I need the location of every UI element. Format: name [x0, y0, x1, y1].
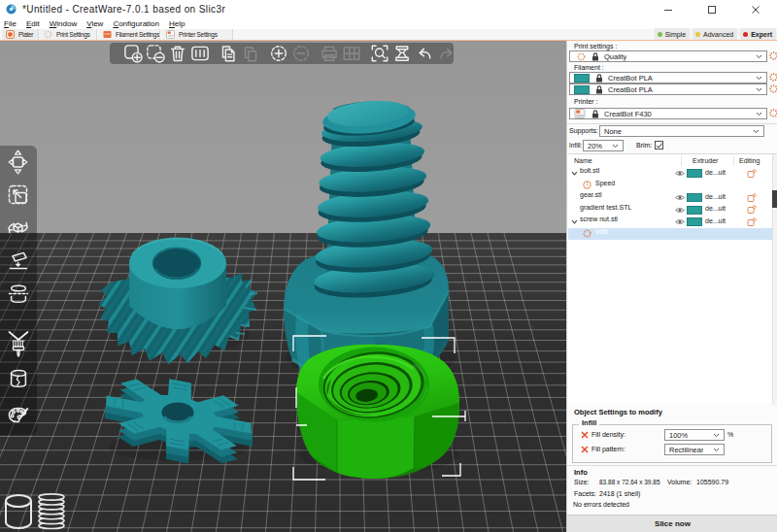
tab-label: Plater — [18, 31, 33, 38]
delete-all-icon[interactable] — [166, 43, 188, 64]
table-row-gradient-test-stl[interactable]: gradient test.STLde...ult — [568, 204, 772, 216]
chevron-down-icon — [612, 144, 619, 149]
move-icon[interactable] — [4, 146, 33, 179]
printer-label: Printer : — [574, 98, 598, 105]
viewport-3d[interactable] — [0, 41, 566, 532]
print-icon — [318, 43, 340, 64]
menu-help[interactable]: Help — [164, 19, 189, 28]
scale-icon[interactable] — [4, 179, 33, 212]
eye-icon[interactable] — [675, 194, 685, 201]
split-icon[interactable] — [4, 363, 33, 396]
zoom-fit-icon[interactable] — [368, 43, 390, 64]
eye-icon[interactable] — [675, 218, 685, 225]
minimize-button[interactable] — [646, 0, 690, 18]
copy-icon[interactable] — [217, 43, 239, 64]
mode-simple[interactable]: Simple — [655, 28, 690, 40]
chevron-down-icon — [756, 87, 762, 92]
paint-icon[interactable] — [4, 326, 33, 359]
mode-advanced[interactable]: Advanced — [693, 28, 737, 40]
menu-view[interactable]: View — [82, 19, 108, 28]
expander-icon[interactable] — [571, 219, 578, 224]
mode-label: Advanced — [703, 31, 733, 38]
row-name: bolt.stl — [580, 167, 599, 174]
model-nut[interactable] — [296, 345, 459, 479]
edit-icon[interactable] — [747, 205, 757, 215]
eye-icon[interactable] — [675, 170, 685, 177]
color-change-icon[interactable] — [4, 400, 33, 433]
status-text: No errors detected — [573, 501, 629, 508]
printer-combo[interactable]: CreatBot F430 — [569, 108, 767, 119]
fill-pattern-value: Rectilinear — [669, 446, 703, 454]
filament-combo-2[interactable]: CreatBot PLA — [569, 83, 767, 95]
scrollbar-thumb[interactable] — [772, 190, 777, 208]
print-preset-combo[interactable]: Quality — [569, 50, 767, 62]
filament-combo-1[interactable]: CreatBot PLA — [569, 72, 767, 83]
tab-print-settings[interactable]: Print Settings — [40, 29, 97, 40]
table-row-infill[interactable]: Infill — [568, 228, 772, 241]
eye-icon[interactable] — [675, 207, 685, 214]
add-object-icon[interactable] — [121, 43, 144, 64]
title-bar: *Untitled - CreatWare-7.0.1 based on Sli… — [0, 0, 777, 18]
clock-icon — [583, 181, 591, 190]
expander-icon[interactable] — [571, 171, 578, 176]
remove-setting-icon[interactable] — [581, 446, 589, 453]
menu-window[interactable]: Window — [45, 19, 82, 28]
column-editing: Editing — [739, 157, 760, 164]
table-row-screw-nut-stl[interactable]: screw nut.stlde...ult — [568, 216, 772, 228]
filament-gear-button-1[interactable] — [769, 73, 777, 82]
left-toolbar — [0, 146, 37, 435]
remove-object-icon[interactable] — [144, 43, 166, 64]
menu-file[interactable]: File — [0, 19, 21, 28]
table-header: Name Extruder Editing — [568, 154, 777, 167]
infill-combo[interactable]: 20% — [583, 140, 624, 151]
edit-icon[interactable] — [747, 217, 757, 227]
row-name: screw nut.stl — [580, 216, 618, 222]
print-settings-gear-button[interactable] — [769, 51, 777, 60]
menu-configuration[interactable]: Configuration — [108, 19, 164, 28]
chevron-down-icon — [756, 54, 762, 59]
more-copies-icon[interactable] — [267, 43, 289, 64]
percent-suffix: % — [727, 431, 733, 438]
mode-expert[interactable]: Expert — [740, 28, 776, 40]
fill-pattern-combo[interactable]: Rectilinear — [664, 444, 725, 455]
filament-preset-value-1: CreatBot PLA — [608, 74, 653, 83]
supports-label: Supports: — [569, 127, 598, 134]
table-row-bolt-stl[interactable]: bolt.stlde...ult — [568, 167, 772, 180]
printer-gear-button[interactable] — [769, 109, 777, 117]
slice-now-button[interactable]: Slice now — [567, 515, 777, 532]
size-value: 83.88 x 72.64 x 39.85 — [599, 479, 660, 485]
tab-plater[interactable]: Plater — [2, 29, 39, 40]
table-row-gear-stl[interactable]: gear.stlde...ult — [568, 191, 772, 204]
edit-icon[interactable] — [747, 169, 757, 179]
extruder-color-swatch — [687, 193, 702, 202]
layer-view-icon[interactable] — [390, 43, 413, 64]
maximize-button[interactable] — [690, 0, 733, 18]
arrange-icon[interactable] — [188, 43, 211, 64]
facets-label: Facets: — [574, 490, 596, 497]
table-scrollbar[interactable] — [772, 154, 777, 405]
fill-density-combo[interactable]: 100% — [664, 429, 725, 441]
place-on-face-icon[interactable] — [4, 245, 33, 278]
supports-combo[interactable]: None — [599, 125, 764, 137]
separator — [567, 465, 777, 466]
layers-view-icon[interactable] — [39, 494, 64, 529]
remove-setting-icon[interactable] — [581, 431, 589, 439]
close-button[interactable] — [733, 0, 777, 18]
filament-icon — [103, 30, 112, 39]
filament-color-swatch — [574, 85, 590, 94]
edit-icon[interactable] — [747, 193, 757, 203]
printer-icon — [166, 30, 175, 39]
table-row-speed[interactable]: Speed — [568, 180, 772, 192]
mode-switcher: SimpleAdvancedExpert — [655, 28, 776, 40]
column-separator — [733, 155, 734, 166]
cut-icon[interactable] — [4, 278, 33, 311]
menu-edit[interactable]: Edit — [21, 19, 45, 28]
tab-printer-settings[interactable]: Printer Settings — [162, 29, 233, 40]
print-preset-value: Quality — [604, 52, 626, 61]
brim-checkbox[interactable] — [655, 141, 663, 150]
rotate-icon[interactable] — [4, 212, 33, 245]
tab-filament-settings[interactable]: Filament Settings — [99, 29, 160, 40]
slice-now-label: Slice now — [655, 519, 691, 528]
filament-gear-button-2[interactable] — [769, 84, 777, 93]
undo-icon[interactable] — [413, 43, 435, 64]
